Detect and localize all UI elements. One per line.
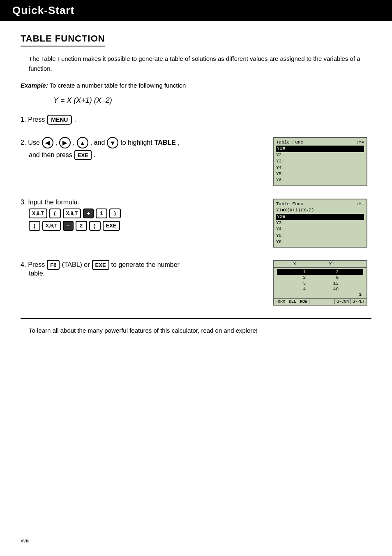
screen-2: Table Func :Y= Y1■X(X+1)(X-2) Y2■ Y3: Y4…: [273, 199, 367, 248]
page-number: 1: [277, 292, 363, 297]
table-highlight: TABLE: [154, 139, 176, 146]
intro-text: The Table Function makes it possible to …: [29, 54, 371, 74]
and-then-text: and then press: [29, 151, 72, 159]
one-key: 1: [96, 208, 107, 218]
step-1-number: 1.: [21, 116, 26, 123]
screen2-row5: Y5:: [276, 233, 364, 239]
step-2-number: 2.: [21, 139, 26, 146]
col-x-header: X: [276, 262, 313, 266]
screen1-row6: Y6:: [276, 177, 364, 183]
step-4-tabl: (TABL) or: [62, 261, 90, 269]
and-text: , and: [90, 139, 105, 146]
cell-y2: 0: [310, 275, 343, 280]
example-label: Example:: [21, 82, 48, 89]
cell-x4: 4: [277, 287, 310, 292]
row-btn: ROW: [298, 299, 309, 304]
plus-key: +: [83, 208, 94, 218]
step-4-press: Press: [28, 261, 45, 269]
xtheta-key-1: X,θ,T: [29, 208, 47, 218]
cell-x3: 3: [277, 281, 310, 286]
step-2-row: 2. Use ◀ , ▶ , ▲ , and ▼ to highlight TA…: [21, 137, 371, 186]
divider: [21, 318, 371, 319]
screen2-title2: :Y=: [356, 201, 364, 207]
f6-key: F6: [47, 260, 60, 270]
step-1-period: .: [74, 116, 76, 123]
screen1-title-row: Table Func :Y=: [276, 139, 364, 146]
cell-x2: 2: [277, 275, 310, 280]
step-2-left: 2. Use ◀ , ▶ , ▲ , and ▼ to highlight TA…: [21, 137, 261, 160]
table-row-1: 1 -2: [277, 269, 363, 275]
header-title: Quick-Start: [12, 4, 74, 16]
step-3-number: 3.: [21, 199, 26, 206]
open-paren-2: (: [29, 221, 40, 231]
step-2-text: 2. Use ◀ , ▶ , ▲ , and ▼ to highlight TA…: [21, 137, 261, 148]
exe-key-step2: EXE: [74, 150, 92, 160]
step-1-row: 1. Press MENU .: [21, 115, 371, 125]
step-2-use: Use: [28, 139, 39, 146]
cell-x1: 1: [277, 269, 310, 274]
exe-key-step4: EXE: [92, 260, 109, 270]
gplt-btn: G-PLT: [351, 299, 367, 304]
table-row-4: 4 40: [277, 286, 363, 292]
screen1-title: Table Func: [276, 139, 303, 146]
step-2-screen: Table Func :Y= Y1■ Y2: Y3: Y4: Y5: Y6:: [273, 137, 371, 186]
menu-key: MENU: [47, 115, 72, 125]
step-4-text: 4. Press F6 (TABL) or EXE to generate th…: [21, 260, 261, 270]
step-4-number: 4.: [21, 261, 26, 269]
close-paren-1: ): [109, 208, 121, 218]
step-1-text: 1. Press MENU .: [21, 115, 261, 125]
open-paren-1: (: [49, 208, 61, 218]
screen2-row2: Y2■: [276, 214, 364, 220]
header-bar: Quick-Start: [0, 0, 392, 21]
step-4-left: 4. Press F6 (TABL) or EXE to generate th…: [21, 260, 261, 277]
up-arrow-key: ▲: [77, 137, 88, 148]
close-paren-2: ): [89, 221, 101, 231]
down-arrow-key: ▼: [107, 137, 118, 148]
screen1-row2: Y2:: [276, 152, 364, 158]
screen2-row4: Y4:: [276, 226, 364, 232]
screen3-header: X Y1: [274, 261, 367, 268]
step-1-left: 1. Press MENU .: [21, 115, 261, 125]
xtheta-key-3: X,θ,T: [42, 221, 61, 231]
footer-text: To learn all about the many powerful fea…: [29, 327, 371, 334]
main-content: TABLE FUNCTION The Table Function makes …: [0, 21, 392, 346]
right-arrow-key: ▶: [59, 137, 71, 148]
screen3-data: 1 -2 2 0 3 12 4 40 1: [274, 268, 367, 298]
step-3-label: Input the formula.: [28, 199, 79, 206]
keys-row-1: X,θ,T ( X,θ,T + 1 ): [29, 208, 261, 218]
step-4-to-generate: to generate the number: [111, 261, 180, 269]
formula-display: Y = X (X+1) (X–2): [53, 96, 371, 105]
exe-key-step3: EXE: [103, 221, 120, 231]
step-4-table: table.: [29, 270, 45, 277]
step-3-left: 3. Input the formula. X,θ,T ( X,θ,T + 1 …: [21, 199, 261, 231]
step-2-line2: and then press EXE .: [29, 150, 261, 160]
screen2-title: Table Func: [276, 201, 303, 207]
screen3-bottom-bar: FORM DEL ROW G-CON G-PLT: [274, 298, 367, 305]
step-3-text: 3. Input the formula.: [21, 199, 261, 206]
example-line: Example: To create a number table for th…: [21, 82, 371, 89]
screen2-row6: Y6:: [276, 239, 364, 245]
screen-3: X Y1 1 -2 2 0 3 12: [273, 260, 367, 306]
col-y-header: Y1: [313, 262, 350, 266]
form-btn: FORM: [274, 299, 287, 304]
keys-row-2: ( X,θ,T − 2 ) EXE: [29, 221, 261, 231]
screen2-row3: Y3:: [276, 220, 364, 226]
comma1: ,: [55, 139, 57, 146]
step-1-press: Press: [28, 116, 45, 123]
cell-y4: 40: [310, 287, 343, 292]
screen1-row3: Y3:: [276, 158, 364, 164]
step-4-line2: table.: [29, 270, 261, 277]
section-title: TABLE FUNCTION: [21, 33, 105, 46]
gcon-btn: G-CON: [335, 299, 351, 304]
screen1-row5: Y5:: [276, 171, 364, 177]
screen1-row1: Y1■: [276, 146, 364, 152]
cell-y3: 12: [310, 281, 343, 286]
two-key: 2: [76, 221, 87, 231]
left-arrow-key: ◀: [42, 137, 53, 148]
comma2: ,: [73, 139, 74, 146]
xtheta-key-2: X,θ,T: [63, 208, 81, 218]
screen1-row4: Y4:: [276, 165, 364, 171]
step-3-screen: Table Func :Y= Y1■X(X+1)(X-2) Y2■ Y3: Y4…: [273, 199, 371, 248]
step-2-to-highlight: to highlight: [120, 139, 152, 146]
step-4-row: 4. Press F6 (TABL) or EXE to generate th…: [21, 260, 371, 306]
